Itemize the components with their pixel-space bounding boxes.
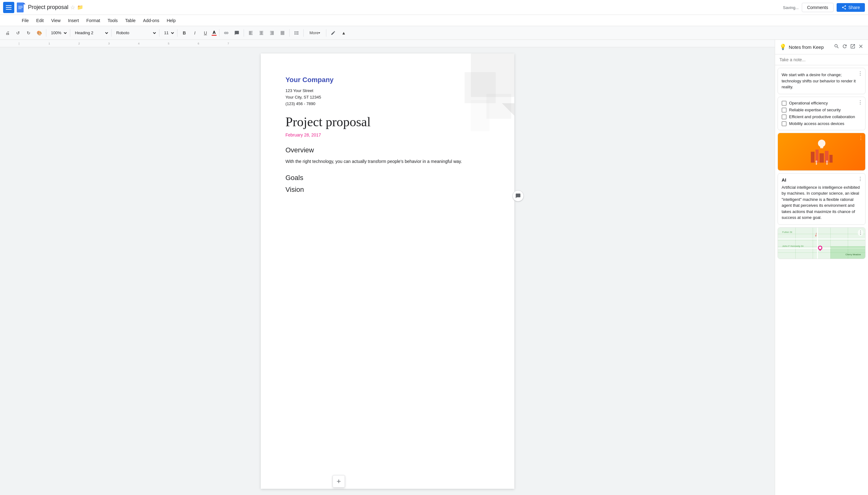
keep-note-1: ⋮ We start with a desire for change; tec… bbox=[778, 68, 866, 94]
print-button[interactable]: 🖨 bbox=[2, 28, 13, 38]
overview-heading[interactable]: Overview bbox=[286, 146, 490, 154]
share-icon bbox=[842, 5, 847, 10]
bold-button[interactable]: B bbox=[179, 28, 189, 38]
keep-map-area[interactable]: Fulton St John F Kennedy Dr Cherry Meado… bbox=[778, 227, 865, 259]
keep-note-image: ⋮ bbox=[778, 133, 866, 171]
keep-toolbar bbox=[834, 44, 864, 50]
main-area: | 1 2 3 4 5 6 7 bbox=[0, 40, 868, 495]
more-chevron: ▾ bbox=[319, 31, 320, 35]
keep-image-area[interactable]: ⋮ bbox=[778, 133, 865, 170]
more-button[interactable]: More ▾ bbox=[305, 28, 324, 38]
doc-icon bbox=[17, 2, 25, 13]
fab-button[interactable] bbox=[333, 475, 345, 488]
share-label: Share bbox=[848, 5, 860, 10]
underline-button[interactable]: U bbox=[200, 28, 210, 38]
keep-ai-more[interactable]: ⋮ bbox=[858, 176, 863, 182]
app-menu-button[interactable] bbox=[3, 2, 14, 13]
align-center-button[interactable] bbox=[256, 28, 266, 38]
align-right-button[interactable] bbox=[267, 28, 277, 38]
document-canvas[interactable]: Your Company 123 Your Street Your City, … bbox=[0, 47, 775, 495]
menu-table[interactable]: Table bbox=[122, 17, 139, 24]
keep-checkbox-2[interactable] bbox=[782, 115, 786, 119]
paint-format-button[interactable]: 🎨 bbox=[34, 28, 44, 38]
keep-check-item-1: Reliable expertise of security bbox=[782, 107, 862, 113]
keep-checklist-more[interactable]: ⋮ bbox=[858, 100, 863, 105]
keep-notes-list: ⋮ We start with a desire for change; tec… bbox=[775, 65, 868, 495]
keep-checkbox-0[interactable] bbox=[782, 101, 786, 106]
keep-note-input[interactable] bbox=[779, 57, 864, 62]
vision-heading[interactable]: Vision bbox=[286, 186, 490, 194]
svg-rect-8 bbox=[811, 152, 815, 163]
toolbar-separator-9 bbox=[303, 29, 304, 37]
overview-text[interactable]: With the right technology, you can actua… bbox=[286, 158, 490, 165]
keep-note-1-more[interactable]: ⋮ bbox=[858, 71, 863, 76]
document-page[interactable]: Your Company 123 Your Street Your City, … bbox=[261, 53, 514, 489]
keep-ai-title: AI bbox=[782, 177, 862, 183]
document-title-bar: Project proposal ☆ 📁 bbox=[28, 4, 780, 11]
line-spacing-button[interactable] bbox=[291, 28, 301, 38]
top-bar: Project proposal ☆ 📁 Saving... Comments … bbox=[0, 0, 868, 15]
keep-search-button[interactable] bbox=[834, 44, 839, 50]
keep-ai-text[interactable]: Artificial intelligence is intelligence … bbox=[782, 184, 862, 221]
pen-button[interactable] bbox=[328, 28, 338, 38]
svg-rect-4 bbox=[18, 7, 23, 8]
comment-button[interactable] bbox=[232, 28, 242, 38]
menu-help[interactable]: Help bbox=[163, 17, 179, 24]
zoom-select[interactable]: 100% bbox=[48, 28, 68, 38]
menu-view[interactable]: View bbox=[48, 17, 64, 24]
collapse-toolbar-button[interactable]: ▲ bbox=[339, 28, 349, 38]
keep-refresh-button[interactable] bbox=[842, 44, 848, 50]
italic-button[interactable]: I bbox=[190, 28, 200, 38]
svg-point-15 bbox=[826, 160, 828, 162]
keep-checkbox-1[interactable] bbox=[782, 107, 786, 113]
fab-icon bbox=[336, 478, 342, 484]
top-right-actions: Saving... Comments Share bbox=[783, 3, 865, 12]
keep-check-item-2: Efficient and productive collaboration bbox=[782, 115, 862, 119]
comments-button[interactable]: Comments bbox=[802, 3, 833, 12]
keep-check-item-0: Operational efficiency bbox=[782, 101, 862, 106]
keep-panel: 💡 Notes from Keep bbox=[775, 40, 868, 495]
keep-close-button[interactable] bbox=[858, 44, 864, 50]
text-color-button[interactable]: A bbox=[211, 29, 217, 36]
keep-ai-illustration bbox=[808, 138, 836, 166]
font-size-select[interactable]: 11 10 12 14 bbox=[161, 28, 175, 38]
menu-tools[interactable]: Tools bbox=[104, 17, 121, 24]
svg-rect-5 bbox=[18, 8, 21, 9]
menu-bar: File Edit View Insert Format Tools Table… bbox=[0, 15, 868, 26]
justify-button[interactable] bbox=[278, 28, 287, 38]
more-label: More bbox=[309, 31, 319, 35]
saving-status: Saving... bbox=[783, 5, 799, 10]
keep-note-1-text[interactable]: We start with a desire for change; techn… bbox=[782, 72, 862, 90]
toolbar-separator-3 bbox=[111, 29, 111, 37]
svg-rect-14 bbox=[816, 162, 817, 165]
share-button[interactable]: Share bbox=[837, 3, 865, 12]
star-button[interactable]: ☆ bbox=[70, 4, 75, 11]
left-panel: | 1 2 3 4 5 6 7 bbox=[0, 40, 775, 495]
toolbar-separator-6 bbox=[219, 29, 219, 37]
menu-insert[interactable]: Insert bbox=[65, 17, 82, 24]
menu-format[interactable]: Format bbox=[83, 17, 103, 24]
keep-search-area bbox=[775, 54, 868, 65]
keep-map-more[interactable]: ⋮ bbox=[858, 229, 863, 236]
link-button[interactable] bbox=[221, 28, 231, 38]
font-select[interactable]: Roboto Arial Times New Roman bbox=[113, 28, 157, 38]
menu-edit[interactable]: Edit bbox=[33, 17, 47, 24]
keep-check-label-0: Operational efficiency bbox=[789, 101, 828, 105]
menu-addons[interactable]: Add-ons bbox=[140, 17, 162, 24]
svg-rect-10 bbox=[819, 153, 824, 163]
heading-select[interactable]: Heading 2 Normal text Heading 1 Heading … bbox=[72, 28, 109, 38]
toolbar-separator-10 bbox=[326, 29, 326, 37]
folder-button[interactable]: 📁 bbox=[77, 4, 83, 10]
doc-title-text[interactable]: Project proposal bbox=[28, 4, 68, 11]
goals-heading[interactable]: Goals bbox=[286, 174, 490, 182]
align-left-button[interactable] bbox=[246, 28, 256, 38]
keep-image-more[interactable]: ⋮ bbox=[858, 135, 863, 141]
undo-button[interactable]: ↺ bbox=[13, 28, 23, 38]
toolbar-separator-7 bbox=[244, 29, 244, 37]
keep-panel-header: 💡 Notes from Keep bbox=[775, 40, 868, 54]
menu-file[interactable]: File bbox=[19, 17, 32, 24]
redo-button[interactable]: ↻ bbox=[24, 28, 34, 38]
keep-open-button[interactable] bbox=[850, 44, 855, 50]
keep-checkbox-3[interactable] bbox=[782, 121, 786, 126]
comment-bubble[interactable] bbox=[512, 190, 524, 202]
